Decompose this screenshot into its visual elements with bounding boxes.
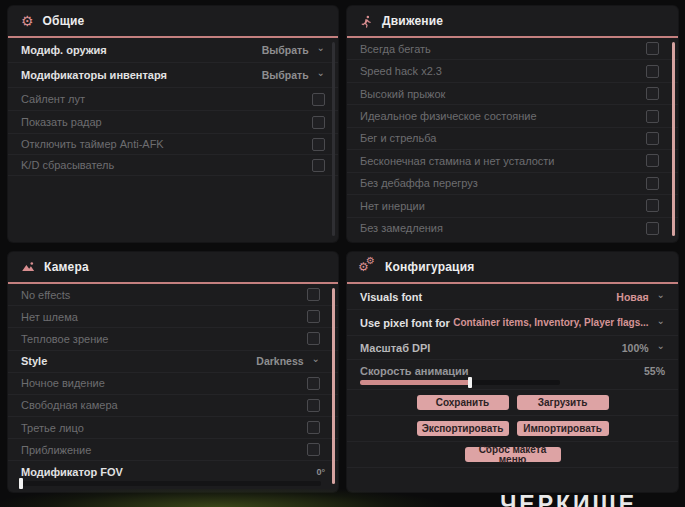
row-label: K/D сбрасыватель [21,159,114,171]
row-label: Приближение [21,444,91,456]
checkbox[interactable] [646,87,659,100]
chevron-down-icon[interactable]: ⌄ [317,70,325,76]
checkbox[interactable] [646,154,659,167]
row-zoom[interactable]: Приближение [8,439,338,461]
load-button[interactable]: Загрузить [517,395,609,410]
row-label: Высокий прыжок [360,88,445,100]
checkbox[interactable] [646,65,659,78]
checkbox[interactable] [307,310,320,323]
checkbox[interactable] [646,132,659,145]
row-pixel-font[interactable]: Use pixel font for Container items, Inve… [347,310,678,336]
fov-slider[interactable] [21,481,321,486]
row-label: Модификатор FOV [21,466,123,478]
scrollbar[interactable] [672,42,675,236]
row-label: Ночное видение [21,377,105,389]
row-label: Style [21,355,47,367]
checkbox[interactable] [646,199,659,212]
row-thermal-vision[interactable]: Тепловое зрение [8,328,338,350]
config-buttons-row-3: Сброс макета меню [347,442,678,468]
row-free-camera[interactable]: Свободная камера [8,395,338,417]
row-high-jump[interactable]: Высокий прыжок [347,83,678,105]
row-label: Идеальное физическое состояние [360,110,537,122]
row-speed-hack[interactable]: Speed hack x2.3 [347,60,678,82]
row-no-slowdown[interactable]: Без замедления [347,218,678,239]
row-kd-reset[interactable]: K/D сбрасыватель [8,155,338,176]
row-third-person[interactable]: Третье лицо [8,417,338,439]
panel-camera: Камера No effects Нет шлема Тепловое зре… [8,252,338,492]
chevron-down-icon[interactable]: ⌄ [657,343,665,349]
slider-handle[interactable] [468,377,472,388]
row-no-helmet[interactable]: Нет шлема [8,306,338,328]
gear-icon: ⚙ [21,14,34,28]
checkbox[interactable] [307,332,320,345]
export-button[interactable]: Экспортировать [417,421,509,436]
row-no-inertia[interactable]: Нет инерции [347,195,678,217]
panel-config-header: ⚙ ⚙ Конфигурация [347,252,678,284]
checkbox[interactable] [646,177,659,190]
row-visuals-font[interactable]: Visuals font Новая⌄ [347,284,678,310]
row-style[interactable]: Style Darkness⌄ [8,351,338,373]
row-weapon-mods[interactable]: Модиф. оружия Выбрать⌄ [8,38,338,63]
dropdown-value[interactable]: Выбрать [262,69,309,81]
checkbox[interactable] [307,377,320,390]
row-label: Свободная камера [21,399,118,411]
chevron-down-icon[interactable]: ⌄ [317,45,325,51]
watermark-text: ЧЕРКИШЕ [500,491,637,507]
import-button[interactable]: Импортировать [517,421,609,436]
row-label: Всегда бегать [360,43,431,55]
save-button[interactable]: Сохранить [417,395,509,410]
chevron-down-icon[interactable]: ⌄ [312,356,320,362]
row-animation-speed[interactable]: Скорость анимации 55% [347,360,678,390]
row-label: Третье лицо [21,422,84,434]
dropdown-value[interactable]: 100% [622,342,649,354]
row-label: Без замедления [360,222,443,234]
chevron-down-icon[interactable]: ⌄ [657,318,665,324]
row-label: Нет шлема [21,311,78,323]
row-infinite-stamina[interactable]: Бесконечная стамина и нет усталости [347,150,678,172]
row-label: Visuals font [360,291,422,303]
runner-icon [360,15,373,28]
row-label: Нет инерции [360,200,425,212]
dropdown-value[interactable]: Darkness [256,355,303,367]
row-run-and-shoot[interactable]: Бег и стрельба [347,128,678,150]
row-show-radar[interactable]: Показать радар [8,111,338,134]
panel-general-header: ⚙ Общие [8,6,338,38]
checkbox[interactable] [312,116,325,129]
row-fov-modifier[interactable]: Модификатор FOV 0° [8,461,338,490]
row-silent-loot[interactable]: Сайлент лут [8,88,338,111]
chevron-down-icon[interactable]: ⌄ [657,292,665,298]
checkbox[interactable] [307,443,320,456]
checkbox[interactable] [646,222,659,235]
checkbox[interactable] [312,93,325,106]
row-label: Бег и стрельба [360,132,436,144]
checkbox[interactable] [307,421,320,434]
animation-speed-slider[interactable] [360,380,560,385]
image-icon [21,260,35,274]
checkbox[interactable] [307,399,320,412]
row-dpi-scale[interactable]: Масштаб DPI 100%⌄ [347,336,678,360]
panel-camera-header: Камера [8,252,338,284]
row-no-overload-debuff[interactable]: Без дебаффа перегруз [347,173,678,195]
checkbox[interactable] [312,138,325,151]
row-label: Модиф. оружия [21,44,107,56]
dropdown-value[interactable]: Container items, Inventory, Player flags… [453,317,648,328]
row-always-run[interactable]: Всегда бегать [347,38,678,60]
dropdown-value[interactable]: Выбрать [262,44,309,56]
scrollbar[interactable] [332,42,335,236]
reset-menu-layout-button[interactable]: Сброс макета меню [465,447,561,462]
checkbox[interactable] [646,42,659,55]
row-label: Отключить таймер Anti-AFK [21,138,164,150]
dropdown-value[interactable]: Новая [616,291,648,303]
checkbox[interactable] [646,110,659,123]
row-inventory-mods[interactable]: Модификаторы инвентаря Выбрать⌄ [8,63,338,88]
row-night-vision[interactable]: Ночное видение [8,373,338,395]
row-perfect-condition[interactable]: Идеальное физическое состояние [347,105,678,127]
slider-handle[interactable] [19,478,23,489]
slider-value: 55% [644,365,665,377]
scrollbar[interactable] [332,288,335,484]
checkbox[interactable] [312,159,325,172]
row-anti-afk[interactable]: Отключить таймер Anti-AFK [8,134,338,155]
checkbox[interactable] [307,288,320,301]
panel-title-camera: Камера [44,260,89,274]
row-no-effects[interactable]: No effects [8,284,338,306]
